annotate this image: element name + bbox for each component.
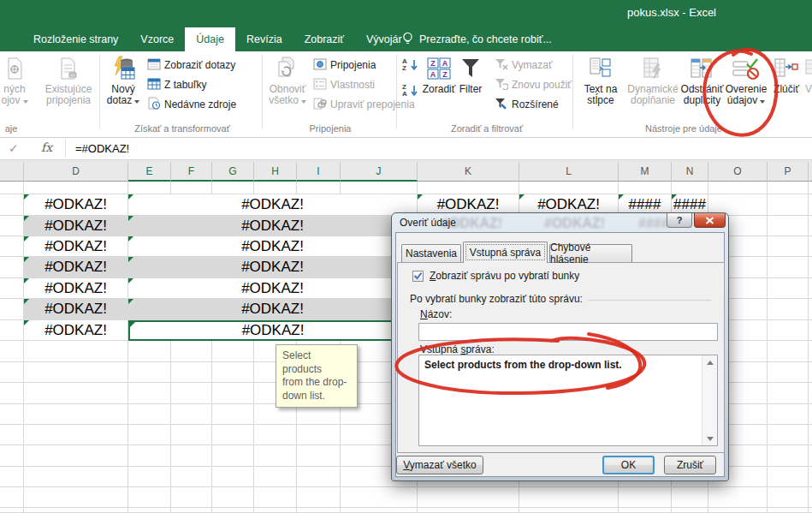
dialog-tab-error-alert[interactable]: Chybové hlásenie: [549, 244, 632, 262]
tab-vzorce[interactable]: Vzorce: [129, 27, 185, 51]
grid-cell[interactable]: [619, 182, 672, 194]
grid-cell-merged[interactable]: #ODKAZ!: [128, 257, 418, 278]
grid-cell[interactable]: [254, 182, 297, 194]
grid-cell[interactable]: #ODKAZ!: [24, 320, 128, 341]
insert-function-icon[interactable]: fx: [41, 140, 52, 154]
grid-cell[interactable]: [297, 182, 341, 194]
title-input[interactable]: [418, 323, 718, 341]
column-header-i[interactable]: I: [297, 162, 341, 182]
input-message-textarea[interactable]: Select products from the drop-down list.: [418, 355, 718, 446]
column-header-h[interactable]: H: [254, 162, 297, 182]
column-header[interactable]: [0, 162, 24, 182]
grid-cell[interactable]: [0, 320, 24, 341]
ok-button[interactable]: OK: [602, 456, 655, 474]
grid-cell[interactable]: [768, 278, 809, 299]
tell-me-search[interactable]: Prezraďte, čo chcete robiť...: [402, 27, 552, 51]
grid-cell[interactable]: [171, 182, 212, 194]
tab-revizia[interactable]: Revízia: [235, 27, 293, 51]
grid-cell-merged[interactable]: #ODKAZ!: [128, 299, 418, 320]
column-header-n[interactable]: N: [672, 162, 708, 182]
column-header-f[interactable]: F: [171, 162, 212, 182]
grid-cell[interactable]: [0, 194, 24, 216]
grid-cell[interactable]: [0, 278, 24, 299]
new-query-button[interactable]: Nový dotaz: [101, 53, 145, 120]
column-header-g[interactable]: G: [212, 162, 254, 182]
column-header-p[interactable]: P: [768, 162, 809, 182]
grid-cell[interactable]: [768, 299, 809, 320]
data-validation-button[interactable]: Overenie údajov: [725, 53, 768, 120]
grid-cell[interactable]: #ODKAZ!: [24, 194, 128, 216]
column-header-l[interactable]: L: [519, 162, 619, 182]
grid-cell[interactable]: #ODKAZ!: [24, 257, 128, 278]
from-table-button[interactable]: Z tabuľky: [147, 76, 207, 93]
recent-sources-button[interactable]: Nedávne zdroje: [147, 96, 236, 113]
filter-button[interactable]: Filter: [452, 53, 489, 120]
grid-cell[interactable]: [0, 236, 24, 257]
sort-ascending-button[interactable]: AZ: [402, 57, 418, 74]
cancel-button[interactable]: Zrušiť: [664, 456, 716, 474]
scrollbar[interactable]: [702, 355, 717, 445]
sort-descending-button[interactable]: ZA: [402, 82, 418, 99]
grid-cell[interactable]: [768, 182, 809, 194]
enter-check-icon[interactable]: ✓: [9, 141, 19, 155]
close-button[interactable]: [694, 213, 726, 228]
column-header-j[interactable]: J: [341, 162, 418, 182]
help-button[interactable]: ?: [667, 213, 692, 228]
grid-cell[interactable]: [0, 216, 24, 236]
existing-connections-button[interactable]: Existujúce pripojenia: [41, 53, 96, 120]
column-header-o[interactable]: O: [708, 162, 768, 182]
grid-cell[interactable]: [768, 320, 809, 341]
refresh-all-button[interactable]: Obnoviť všetko: [264, 53, 311, 120]
show-queries-button[interactable]: Zobraziť dotazy: [147, 57, 235, 74]
remove-duplicates-button[interactable]: Odstrániť duplicity: [679, 53, 726, 120]
clear-all-button[interactable]: Vymazať všetko: [396, 456, 483, 474]
grid-cell[interactable]: [768, 257, 809, 278]
recent-sources-icon: [147, 97, 161, 112]
formula-bar-value[interactable]: =#ODKAZ!: [75, 142, 129, 155]
grid-cell[interactable]: [24, 182, 128, 194]
text-to-columns-button[interactable]: Text na stĺpce: [575, 53, 626, 120]
grid-cell[interactable]: #ODKAZ!: [24, 278, 128, 299]
from-other-sources-button[interactable]: ných ojov: [0, 53, 39, 120]
show-input-message-checkbox[interactable]: [412, 271, 424, 282]
grid-cell-merged[interactable]: #ODKAZ!: [128, 278, 418, 299]
grid-cell[interactable]: [212, 182, 254, 194]
scroll-down-icon[interactable]: [702, 432, 717, 445]
grid-cell-merged[interactable]: #ODKAZ!: [128, 236, 418, 257]
dialog-titlebar[interactable]: #ODKAZ! #ODKAZ! #### Overiť údaje ?: [392, 213, 728, 232]
tab-rozlozenie-strany[interactable]: Rozloženie strany: [22, 27, 129, 51]
tab-zobrazit[interactable]: Zobraziť: [293, 27, 355, 51]
grid-cell[interactable]: [768, 216, 809, 236]
dialog-tab-input-message[interactable]: Vstupná správa: [463, 242, 548, 263]
connections-button[interactable]: Pripojenia: [313, 57, 376, 74]
consolidate-button[interactable]: Zlúčiť: [768, 53, 804, 120]
column-header-e[interactable]: E: [128, 162, 171, 182]
grid-cell[interactable]: [341, 182, 418, 194]
grid-cell[interactable]: [128, 182, 171, 194]
grid-cell[interactable]: [768, 236, 809, 257]
error-flag-icon: [128, 299, 133, 304]
dialog-tab-settings[interactable]: Nastavenia: [401, 244, 461, 262]
show-input-message-label[interactable]: Zobraziť správu po vybratí bunky: [430, 270, 579, 282]
selected-cell[interactable]: #ODKAZ!: [128, 320, 418, 341]
grid-cell[interactable]: #ODKAZ!: [24, 216, 128, 236]
tab-udaje[interactable]: Údaje: [185, 27, 235, 51]
grid-cell[interactable]: [708, 182, 768, 194]
column-header-k[interactable]: K: [418, 162, 519, 182]
grid-cell[interactable]: [0, 182, 24, 194]
grid-cell[interactable]: #ODKAZ!: [24, 236, 128, 257]
scroll-up-icon[interactable]: [702, 355, 717, 369]
grid-cell-merged[interactable]: #ODKAZ!: [128, 194, 418, 216]
grid-cell[interactable]: [0, 299, 24, 320]
grid-cell[interactable]: [519, 182, 619, 194]
grid-cell[interactable]: [672, 182, 708, 194]
grid-cell-merged[interactable]: #ODKAZ!: [128, 216, 418, 236]
grid-cell[interactable]: [768, 194, 809, 216]
grid-cell[interactable]: [0, 257, 24, 278]
column-header-m[interactable]: M: [619, 162, 672, 182]
show-queries-icon: [147, 58, 161, 73]
grid-cell[interactable]: [418, 182, 519, 194]
advanced-filter-button[interactable]: Rozšírené: [495, 96, 559, 113]
grid-cell[interactable]: #ODKAZ!: [24, 299, 128, 320]
column-header-d[interactable]: D: [24, 162, 128, 182]
